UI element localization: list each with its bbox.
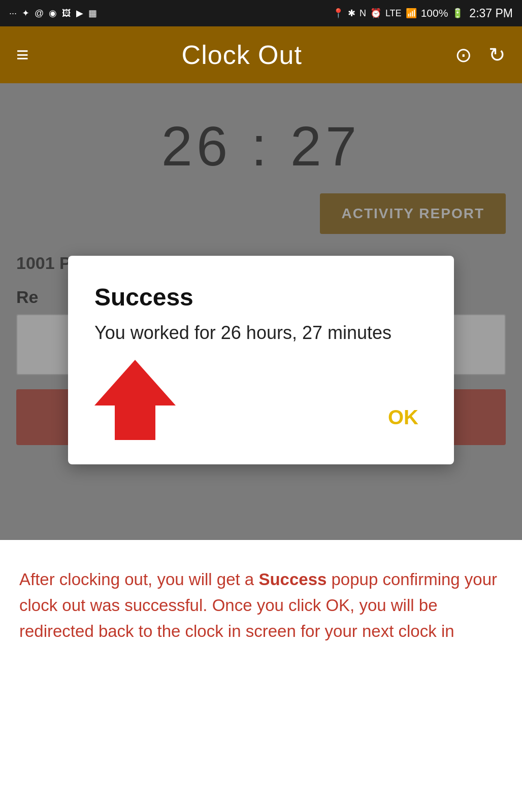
success-dialog: Success You worked for 26 hours, 27 minu… — [68, 256, 454, 464]
upload-arrow-icon — [94, 360, 176, 440]
status-bar: ··· ✦ @ ◉ 🖼 ▶ ▦ 📍 ✱ N ⏰ LTE 📶 100% 🔋 2:3… — [0, 0, 522, 26]
main-content: 26 : 27 ACTIVITY REPORT 1001 Park Plave … — [0, 83, 522, 540]
status-icon-alarm: ⏰ — [370, 8, 381, 19]
dialog-overlay: Success You worked for 26 hours, 27 minu… — [0, 83, 522, 540]
dialog-message: You worked for 26 hours, 27 minutes — [94, 322, 428, 344]
status-icon-image: 🖼 — [62, 8, 71, 19]
dialog-ok-button[interactable]: OK — [379, 400, 428, 435]
status-icon-signal: 📶 — [406, 8, 417, 19]
status-time: 2:37 PM — [469, 7, 513, 20]
dialog-title: Success — [94, 283, 428, 311]
status-icon-battery: 🔋 — [452, 8, 463, 19]
status-bar-left: ··· ✦ @ ◉ 🖼 ▶ ▦ — [9, 8, 97, 19]
status-icon-lte: LTE — [385, 8, 402, 19]
app-bar: ≡ Clock Out ⊙ ↻ — [0, 26, 522, 83]
location-target-icon[interactable]: ⊙ — [455, 43, 472, 66]
status-icon-location: 📍 — [333, 8, 344, 19]
refresh-icon[interactable]: ↻ — [488, 43, 506, 66]
status-icon-slack: ✦ — [22, 8, 29, 19]
instruction-bold-word: Success — [258, 570, 327, 589]
status-icon-at: @ — [35, 8, 44, 19]
app-bar-actions: ⊙ ↻ — [455, 43, 506, 66]
dialog-body: OK — [94, 360, 428, 440]
status-icon-play: ▶ — [76, 8, 83, 19]
instruction-text-before: After clocking out, you will get a — [19, 570, 258, 589]
status-bar-right: 📍 ✱ N ⏰ LTE 📶 100% 🔋 2:37 PM — [333, 7, 513, 20]
status-icon-bluetooth: ✱ — [348, 8, 355, 19]
status-icon-chrome: ◉ — [49, 8, 57, 19]
menu-icon[interactable]: ≡ — [16, 44, 29, 65]
page-title: Clock Out — [182, 40, 302, 70]
status-icon-cal: ▦ — [88, 8, 97, 19]
instruction-area: After clocking out, you will get a Succe… — [0, 540, 522, 674]
status-icon-nfc: N — [360, 8, 366, 19]
status-battery-percent: 100% — [421, 7, 448, 19]
status-icon-dots: ··· — [9, 8, 17, 19]
arrow-shaft — [115, 404, 155, 440]
arrow-head — [94, 360, 176, 405]
